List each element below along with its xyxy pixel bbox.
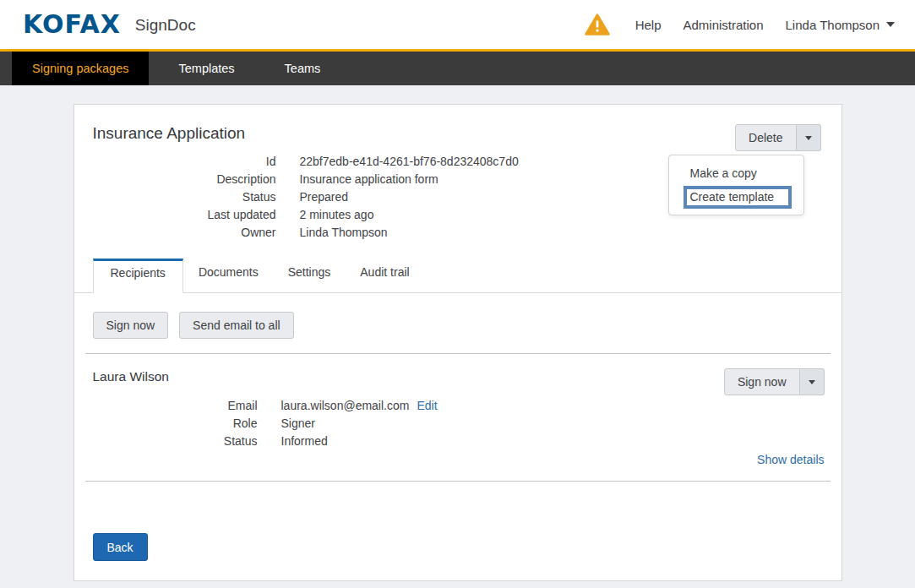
user-menu[interactable]: Linda Thompson [786, 18, 895, 32]
recipient-row: Laura Wilson Sign now Email laura.wilson… [74, 354, 841, 466]
recipient-details: Email laura.wilson@email.comEdit Role Si… [74, 399, 841, 448]
tab-recipients[interactable]: Recipients [93, 259, 183, 293]
detail-label: Role [74, 416, 258, 430]
detail-label: Id [93, 155, 276, 168]
detail-label: Email [74, 399, 258, 412]
nav-item-signing-packages[interactable]: Signing packages [12, 52, 149, 85]
package-actions-menu: Make a copy Create template [668, 155, 804, 215]
main-nav: Signing packages Templates Teams [0, 49, 915, 85]
recipients-toolbar: Sign now Send email to all [74, 293, 841, 339]
recipient-sign-now-group: Sign now [724, 368, 825, 395]
sign-now-all-button[interactable]: Sign now [93, 312, 169, 339]
show-details-link[interactable]: Show details [757, 453, 824, 466]
package-tabs: Recipients Documents Settings Audit trai… [74, 259, 841, 293]
warning-icon[interactable] [585, 14, 610, 35]
card-footer: Back [93, 533, 148, 561]
detail-label: Last updated [93, 208, 276, 221]
recipient-email-value: laura.wilson@email.comEdit [281, 399, 841, 412]
delete-button[interactable]: Delete [735, 124, 796, 151]
delete-button-group: Delete Make a copy Create template [735, 124, 820, 151]
tab-settings[interactable]: Settings [274, 259, 346, 292]
detail-label: Owner [93, 226, 276, 239]
signing-package-card: Insurance Application Delete Make a copy… [74, 104, 842, 581]
menu-item-create-template[interactable]: Create template [684, 186, 792, 209]
user-name: Linda Thompson [786, 18, 880, 32]
show-details-row: Show details [74, 448, 841, 466]
divider [85, 481, 831, 482]
administration-link[interactable]: Administration [683, 18, 763, 32]
nav-item-teams[interactable]: Teams [264, 52, 341, 85]
app-name: SignDoc [135, 16, 196, 35]
header-actions: Help Administration Linda Thompson [585, 14, 895, 35]
package-owner-value: Linda Thompson [300, 226, 821, 239]
tab-audit-trail[interactable]: Audit trail [346, 259, 423, 292]
tab-documents[interactable]: Documents [184, 259, 273, 292]
package-title: Insurance Application [93, 124, 821, 143]
chevron-down-icon [809, 380, 815, 384]
nav-item-templates[interactable]: Templates [158, 52, 254, 85]
back-button[interactable]: Back [93, 533, 148, 561]
recipient-role-value: Signer [281, 416, 841, 430]
chevron-down-icon [805, 136, 812, 140]
edit-email-link[interactable]: Edit [417, 399, 437, 412]
help-link[interactable]: Help [635, 18, 662, 32]
kofax-logo: KOFAX [23, 12, 121, 37]
detail-label: Status [74, 434, 258, 448]
chevron-down-icon [886, 22, 895, 27]
recipient-sign-now-dropdown-toggle[interactable] [800, 368, 825, 395]
page-content: Insurance Application Delete Make a copy… [0, 85, 915, 588]
delete-dropdown-toggle[interactable] [797, 124, 821, 151]
recipient-sign-now-button[interactable]: Sign now [724, 368, 800, 395]
send-email-to-all-button[interactable]: Send email to all [179, 312, 294, 339]
recipient-status-value: Informed [281, 434, 841, 448]
menu-item-make-a-copy[interactable]: Make a copy [669, 163, 803, 183]
detail-label: Description [93, 172, 276, 186]
package-header: Insurance Application Delete Make a copy… [74, 124, 841, 239]
detail-label: Status [93, 190, 276, 204]
top-header: KOFAX SignDoc Help Administration Linda … [0, 0, 915, 49]
